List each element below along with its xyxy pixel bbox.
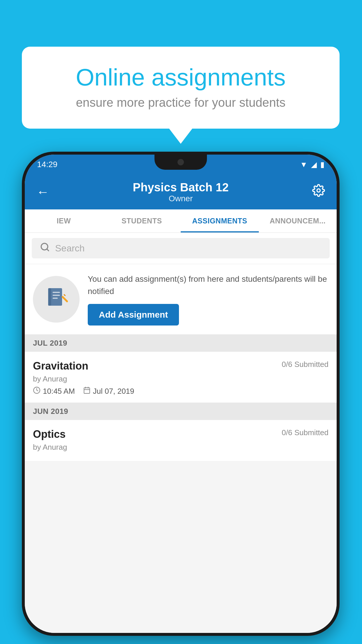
batch-subtitle: Owner	[133, 194, 229, 203]
svg-rect-4	[48, 288, 51, 306]
settings-button[interactable]	[312, 184, 325, 200]
assignment-date: Jul 07, 2019	[83, 386, 134, 396]
back-button[interactable]: ←	[36, 185, 49, 199]
promo-text: You can add assignment(s) from here and …	[88, 273, 328, 298]
svg-rect-6	[53, 295, 60, 296]
signal-icon: ◢	[311, 160, 317, 169]
add-assignment-button[interactable]: Add Assignment	[88, 304, 179, 326]
svg-rect-8	[61, 296, 68, 303]
svg-rect-11	[84, 388, 90, 393]
speech-bubble: Online assignments ensure more practice …	[22, 47, 340, 129]
battery-icon: ▮	[320, 160, 324, 169]
app-header: ← Physics Batch 12 Owner	[25, 174, 337, 209]
wifi-icon: ▼	[300, 160, 307, 169]
screen-content: Search	[25, 233, 337, 633]
search-icon	[40, 242, 50, 254]
assignment-by: by Anurag	[33, 374, 328, 384]
assignment-promo: You can add assignment(s) from here and …	[25, 264, 337, 335]
svg-rect-5	[53, 292, 60, 293]
svg-point-0	[317, 189, 320, 192]
assignment-name-optics: Optics	[33, 428, 66, 440]
date-value: Jul 07, 2019	[93, 387, 134, 396]
notch	[154, 155, 207, 170]
search-bar[interactable]: Search	[32, 238, 330, 258]
status-icons: ▼ ◢ ▮	[300, 160, 324, 169]
speech-bubble-title: Online assignments	[42, 64, 319, 90]
time-value: 10:45 AM	[43, 387, 75, 396]
promo-right: You can add assignment(s) from here and …	[88, 273, 328, 326]
phone-inner: 14:29 ▼ ◢ ▮ ← Physics Batch 12 Owner	[25, 155, 337, 633]
status-bar: 14:29 ▼ ◢ ▮	[25, 155, 337, 174]
clock-icon	[33, 386, 41, 396]
notebook-icon	[45, 285, 68, 313]
speech-bubble-subtitle: ensure more practice for your students	[42, 96, 319, 110]
search-placeholder: Search	[55, 243, 85, 254]
assignment-name: Gravitation	[33, 360, 88, 372]
calendar-icon	[83, 386, 91, 396]
assignment-row: Gravitation 0/6 Submitted	[33, 360, 328, 372]
camera	[178, 159, 184, 165]
assignment-item-optics[interactable]: Optics 0/6 Submitted by Anurag	[25, 420, 337, 461]
assignment-time: 10:45 AM	[33, 386, 75, 396]
tab-announcements[interactable]: ANNOUNCEM...	[259, 209, 337, 232]
assignment-submitted: 0/6 Submitted	[282, 360, 328, 369]
promo-icon-circle	[33, 276, 80, 323]
speech-bubble-container: Online assignments ensure more practice …	[22, 47, 340, 129]
tab-students[interactable]: STUDENTS	[103, 209, 181, 232]
search-bar-container: Search	[25, 233, 337, 264]
phone-frame: 14:29 ▼ ◢ ▮ ← Physics Batch 12 Owner	[22, 152, 340, 636]
tabs-bar: IEW STUDENTS ASSIGNMENTS ANNOUNCEM...	[25, 209, 337, 233]
status-time: 14:29	[37, 160, 57, 169]
assignment-row-optics: Optics 0/6 Submitted	[33, 428, 328, 440]
svg-marker-9	[64, 294, 66, 296]
tab-assignments[interactable]: ASSIGNMENTS	[181, 209, 259, 232]
assignment-by-optics: by Anurag	[33, 443, 328, 452]
assignment-submitted-optics: 0/6 Submitted	[282, 428, 328, 437]
assignment-item-gravitation[interactable]: Gravitation 0/6 Submitted by Anurag 10:4…	[25, 352, 337, 403]
section-header-jun: JUN 2019	[25, 403, 337, 420]
assignment-meta: 10:45 AM Jul 07, 2019	[33, 386, 328, 396]
tab-iew[interactable]: IEW	[25, 209, 103, 232]
svg-line-2	[47, 249, 49, 251]
section-header-jul: JUL 2019	[25, 335, 337, 352]
svg-rect-7	[53, 298, 58, 299]
header-center: Physics Batch 12 Owner	[133, 181, 229, 203]
batch-title: Physics Batch 12	[133, 181, 229, 194]
